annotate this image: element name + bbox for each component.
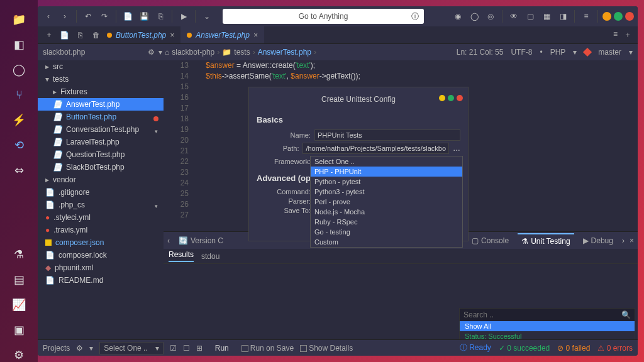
run-button[interactable]: Run xyxy=(209,343,235,354)
tree-file-phpunit[interactable]: ◆phpunit.xml xyxy=(38,261,164,274)
git-branch[interactable]: master xyxy=(598,48,621,57)
tree-file-slackbottest[interactable]: 📄SlackBotTest.php xyxy=(38,161,164,173)
bc-root[interactable]: slackbot-php xyxy=(172,48,214,57)
forward-button[interactable]: › xyxy=(58,9,72,23)
tree-file-travis[interactable]: ●.travis.yml xyxy=(38,224,164,236)
nav-left-icon[interactable]: ‹ xyxy=(167,236,170,245)
tree-file-styleci[interactable]: ●.styleci.yml xyxy=(38,211,164,224)
tab-answertest[interactable]: AnswerTest.php × xyxy=(180,26,264,43)
run-on-save-checkbox[interactable]: Run on Save xyxy=(242,344,294,353)
menu-icon[interactable]: ≡ xyxy=(579,9,593,23)
tab-version-control[interactable]: 🔄 Version C xyxy=(175,234,227,248)
trash-icon[interactable]: 🗑 xyxy=(91,28,101,42)
stdout-tab[interactable]: stdou xyxy=(201,252,219,261)
filter-successful[interactable]: Status: Successful xyxy=(460,331,635,339)
new-file-button[interactable]: 📄 xyxy=(121,9,135,23)
search-icon[interactable]: 🔍 xyxy=(621,310,631,319)
stop-icon[interactable]: ◯ xyxy=(467,9,481,23)
filter-show-all[interactable]: Show All xyxy=(460,321,635,331)
dd-ruby-rspec[interactable]: Ruby - RSpec xyxy=(311,217,462,227)
eye-icon[interactable]: 👁 xyxy=(507,9,521,23)
close-tab-icon[interactable]: × xyxy=(253,31,258,40)
sync-icon[interactable]: ⟲ xyxy=(12,138,26,152)
share-icon[interactable]: ⇔ xyxy=(12,163,26,177)
breakpoint-icon[interactable] xyxy=(153,116,158,121)
app-icon[interactable]: ◧ xyxy=(12,38,26,52)
tree-folder-vendor[interactable]: ▸vendor xyxy=(38,173,164,186)
db-icon[interactable]: ▤ xyxy=(12,273,26,287)
chevron-down-icon[interactable]: ▾ xyxy=(158,48,162,57)
bc-folder[interactable]: tests xyxy=(234,48,250,57)
save-all-button[interactable]: ⎘ xyxy=(153,9,167,23)
search-input[interactable] xyxy=(464,310,621,319)
config-select[interactable]: Select One .. xyxy=(99,342,163,354)
encoding[interactable]: UTF-8 xyxy=(511,48,532,57)
tree-file-laraveltest[interactable]: 📄LaravelTest.php xyxy=(38,136,164,148)
path-input[interactable]: /home/nathan/Projects/Samples/tests/slac… xyxy=(303,143,449,154)
tree-file-answertest[interactable]: 📄AnswerTest.php xyxy=(38,98,164,111)
tab-buttontest[interactable]: ButtonTest.php × xyxy=(101,26,180,43)
list-tabs-icon[interactable]: ≡ xyxy=(613,30,618,40)
close-tab-icon[interactable]: × xyxy=(170,31,174,40)
undo-button[interactable]: ↶ xyxy=(81,9,95,23)
dd-go-testing[interactable]: Go - testing xyxy=(311,227,462,237)
results-tab[interactable]: Results xyxy=(169,250,194,262)
tab-unit-testing[interactable]: ⚗ Unit Testing xyxy=(518,233,574,248)
add-tab-right-icon[interactable]: ＋ xyxy=(624,30,631,40)
tree-file-questiontest[interactable]: 📄QuestionTest.php xyxy=(38,148,164,161)
maximize-dialog-icon[interactable] xyxy=(448,95,454,101)
nav-right-icon[interactable]: › xyxy=(622,236,625,245)
redo-button[interactable]: ↷ xyxy=(97,9,111,23)
folder-icon[interactable]: 📁 xyxy=(12,13,26,26)
name-input[interactable]: PHPUnit Tests xyxy=(314,129,460,141)
projects-label[interactable]: Projects xyxy=(43,344,70,353)
cogs-icon[interactable]: ⚙ xyxy=(12,348,26,362)
record-icon[interactable]: ◉ xyxy=(451,9,465,23)
tree-file-readme[interactable]: 📄README.md xyxy=(38,274,164,287)
dd-python3-pytest[interactable]: Python3 - pytest xyxy=(311,187,462,197)
save-button[interactable]: 💾 xyxy=(137,9,151,23)
panel-icon[interactable]: ◨ xyxy=(556,9,570,23)
plus-icon[interactable]: ⊞ xyxy=(196,344,203,353)
tree-file-conversationtest[interactable]: 📄ConversationTest.php xyxy=(38,123,164,136)
dropdown-button[interactable]: ⌄ xyxy=(200,9,214,23)
gear-icon[interactable]: ⚙ xyxy=(148,48,155,57)
grid-icon[interactable]: ▦ xyxy=(540,9,553,23)
fold-arrow-icon[interactable]: ▾ xyxy=(155,201,158,212)
dd-custom[interactable]: Custom xyxy=(311,237,462,247)
close-panel-icon[interactable]: × xyxy=(630,236,634,245)
minimize-icon[interactable] xyxy=(602,12,611,21)
chart-icon[interactable]: 📈 xyxy=(12,298,26,312)
box-icon[interactable]: ▢ xyxy=(523,9,537,23)
tree-file-phpcs[interactable]: 📄.php_cs xyxy=(38,199,164,211)
add-tab-button[interactable]: ＋ xyxy=(44,28,53,42)
play-button[interactable]: ▶ xyxy=(177,9,191,23)
language-mode[interactable]: PHP xyxy=(550,48,566,57)
tree-folder-src[interactable]: ▸src xyxy=(38,60,164,73)
close-dialog-icon[interactable] xyxy=(457,95,463,101)
new-doc-icon[interactable]: 📄 xyxy=(60,28,69,42)
terminal-icon[interactable]: ▣ xyxy=(12,323,26,337)
tree-file-composerjson[interactable]: composer.json xyxy=(38,236,164,249)
circle-icon[interactable]: ◯ xyxy=(12,63,26,77)
gear-icon[interactable]: ⚙ xyxy=(76,344,83,353)
check-icon[interactable]: ☑ xyxy=(170,344,177,353)
dd-perl-prove[interactable]: Perl - prove xyxy=(311,197,462,207)
box-icon[interactable]: ☐ xyxy=(183,344,190,353)
tab-console[interactable]: ▢ Console xyxy=(468,234,513,248)
tree-folder-fixtures[interactable]: ▸Fixtures xyxy=(38,85,164,98)
tree-file-buttontest[interactable]: 📄ButtonTest.php xyxy=(38,111,164,123)
branch-icon[interactable]: ⑂ xyxy=(12,88,26,102)
tree-folder-tests[interactable]: ▾tests xyxy=(38,73,164,85)
dd-nodejs-mocha[interactable]: Node.js - Mocha xyxy=(311,207,462,217)
close-window-icon[interactable] xyxy=(625,12,634,21)
dd-php-phpunit[interactable]: PHP - PHPUnit xyxy=(311,167,462,177)
fold-arrow-icon[interactable]: ▾ xyxy=(155,126,158,137)
tree-file-composerlock[interactable]: 📄composer.lock xyxy=(38,249,164,261)
flask-icon[interactable]: ⚗ xyxy=(12,248,26,261)
bc-file[interactable]: AnswerTest.php xyxy=(258,48,311,57)
tree-file-gitignore[interactable]: 📄.gitignore xyxy=(38,186,164,199)
dd-select-one[interactable]: Select One .. xyxy=(311,156,462,167)
show-details-checkbox[interactable]: Show Details xyxy=(300,344,353,353)
dd-python-pytest[interactable]: Python - pytest xyxy=(311,177,462,187)
